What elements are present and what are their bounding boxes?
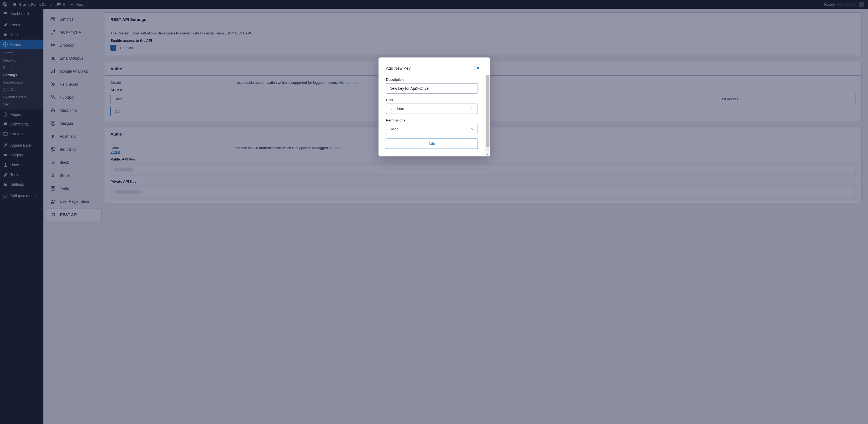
chevron-down-icon <box>470 107 474 110</box>
description-input[interactable] <box>386 83 478 94</box>
add-button[interactable]: Add <box>386 138 478 149</box>
permissions-select[interactable]: Read <box>386 124 478 134</box>
modal-title: Add New Key <box>386 66 411 70</box>
chevron-down-icon <box>470 127 474 131</box>
user-label: User <box>386 98 478 102</box>
permissions-label: Permissions <box>386 118 478 122</box>
user-selected-value: sandbox <box>390 106 404 111</box>
permissions-selected-value: Read <box>390 127 399 131</box>
scroll-down-icon[interactable]: ▼ <box>486 152 490 156</box>
modal-scrollbar[interactable]: ▼ <box>486 75 490 156</box>
scrollbar-thumb[interactable] <box>486 75 490 146</box>
description-label: Description <box>386 77 478 81</box>
user-select[interactable]: sandbox <box>386 104 478 114</box>
add-new-key-modal: Add New Key ✕ Description User sandbox P… <box>378 58 490 156</box>
modal-close-button[interactable]: ✕ <box>474 64 482 72</box>
close-icon: ✕ <box>476 66 480 71</box>
